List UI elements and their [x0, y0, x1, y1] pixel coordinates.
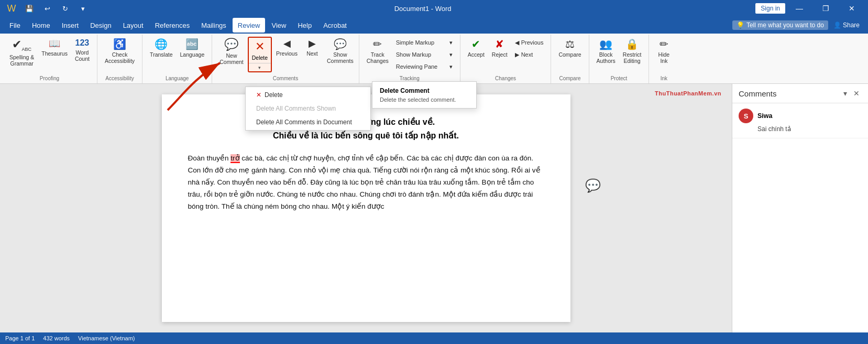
word-icon: W	[4, 1, 19, 16]
delete-comment-item[interactable]: ✕ Delete	[246, 88, 370, 102]
delete-label: Delete	[252, 55, 268, 61]
menu-file[interactable]: File	[4, 18, 26, 33]
share-button[interactable]: 👤 Share	[829, 20, 864, 30]
compare-label: Compare	[558, 51, 581, 58]
wordcount-label: WordCount	[75, 49, 90, 62]
reviewing-pane-button[interactable]: Reviewing Pane ▾	[393, 61, 456, 72]
new-comment-button[interactable]: 💬 NewComment	[216, 37, 247, 72]
undo-btn[interactable]: ↩	[40, 1, 54, 16]
next-change-button[interactable]: ▶ Next	[512, 49, 547, 60]
ribbon-group-accessibility: ♿ CheckAccessibility Accessibility	[97, 35, 142, 83]
menu-view[interactable]: View	[266, 18, 291, 33]
show-markup-button[interactable]: Show Markup ▾	[393, 49, 456, 60]
thesaurus-label: Thesaurus	[41, 50, 68, 57]
accept-button[interactable]: ✔ Accept	[465, 37, 488, 72]
ribbon-group-compare: ⚖ Compare Compare	[551, 35, 589, 83]
check-accessibility-button[interactable]: ♿ CheckAccessibility	[102, 37, 138, 72]
spelling-label: Spelling &Grammar	[9, 54, 34, 67]
previous-change-button[interactable]: ◀ Previous	[512, 37, 547, 48]
next-button[interactable]: ▶ Next	[302, 37, 323, 72]
delete-dropdown-arrow[interactable]: ▾	[249, 63, 271, 71]
comments-panel-dropdown[interactable]: ▾	[841, 88, 849, 99]
tooltip-title: Delete Comment	[380, 87, 469, 94]
new-comment-label: NewComment	[219, 52, 244, 65]
simple-markup-button[interactable]: Simple Markup ▾	[393, 37, 456, 48]
proofing-group-label: Proofing	[2, 76, 97, 81]
track-changes-button[interactable]: ✏ TrackChanges	[364, 37, 392, 72]
comments-panel: Comments ▾ ✕ S Siwa Sai chính tả	[732, 84, 868, 332]
minimize-button[interactable]: —	[787, 0, 811, 17]
compare-group-label: Compare	[551, 76, 588, 81]
menu-home[interactable]: Home	[27, 18, 56, 33]
title-line2: Chiều về là lúc bến sông quê tôi tấp nập…	[188, 129, 544, 143]
spelling-icon: ✔ABC	[12, 39, 31, 52]
reject-button[interactable]: ✘ Reject	[489, 37, 511, 72]
language-button[interactable]: 🔤 Language	[177, 37, 208, 72]
block-authors-icon: 👥	[599, 39, 612, 49]
show-comments-icon: 💬	[334, 39, 347, 49]
translate-button[interactable]: 🌐 Translate	[147, 37, 175, 72]
previous-icon: ◀	[283, 39, 291, 48]
previous-button[interactable]: ◀ Previous	[273, 37, 301, 72]
restrict-editing-button[interactable]: 🔒 RestrictEditing	[620, 37, 645, 72]
menu-insert[interactable]: Insert	[57, 18, 84, 33]
comments-panel-close[interactable]: ✕	[851, 88, 862, 99]
block-authors-label: BlockAuthors	[597, 51, 616, 64]
thesaurus-icon: 📖	[49, 39, 60, 48]
close-button[interactable]: ✕	[840, 0, 864, 17]
show-comments-button[interactable]: 💬 ShowComments	[324, 37, 357, 72]
next-change-icon: ▶	[515, 51, 519, 58]
ribbon-group-changes: ✔ Accept ✘ Reject ◀ Previous ▶ Next Chan…	[460, 35, 552, 83]
delete-button[interactable]: ✕ Delete ▾	[248, 37, 272, 72]
delete-all-shown-item: Delete All Comments Shown	[246, 102, 370, 115]
track-changes-label: TrackChanges	[367, 51, 389, 64]
spelling-grammar-button[interactable]: ✔ABC Spelling &Grammar	[6, 37, 37, 72]
menu-acrobat[interactable]: Acrobat	[318, 18, 352, 33]
restrict-editing-icon: 🔒	[625, 39, 639, 49]
ribbon-group-comments: 💬 NewComment ✕ Delete ▾ ◀ Previous ▶ Nex…	[212, 35, 359, 83]
menu-design[interactable]: Design	[85, 18, 116, 33]
save-btn[interactable]: 💾	[22, 1, 37, 16]
show-markup-label: Show Markup	[396, 51, 431, 58]
previous-change-label: Previous	[521, 39, 544, 46]
tracking-group-label: Tracking	[359, 76, 460, 81]
translate-label: Translate	[150, 51, 172, 58]
language-group-label: Language	[142, 76, 212, 81]
ink-group-label: Ink	[649, 76, 678, 81]
status-bar: Page 1 of 1 432 words Vietnamese (Vietna…	[0, 332, 868, 344]
menu-help[interactable]: Help	[292, 18, 317, 33]
menu-review[interactable]: Review	[233, 18, 266, 33]
sign-in-button[interactable]: Sign in	[755, 3, 785, 14]
menu-mailings[interactable]: Mailings	[196, 18, 232, 33]
menu-layout[interactable]: Layout	[118, 18, 149, 33]
highlighted-word: trở	[230, 154, 239, 163]
search-box[interactable]: 💡 Tell me what you want to do	[732, 20, 828, 30]
comment-item: S Siwa Sai chính tả	[732, 103, 868, 138]
share-icon: 👤	[833, 22, 841, 29]
simple-markup-label: Simple Markup	[396, 39, 434, 46]
next-icon: ▶	[309, 39, 316, 48]
title-bar-left: W 💾 ↩ ↻ ▾	[4, 1, 90, 16]
show-comments-label: ShowComments	[327, 51, 354, 64]
compare-button[interactable]: ⚖ Compare	[555, 37, 584, 72]
language-status: Vietnamese (Vietnam)	[78, 335, 135, 341]
block-authors-button[interactable]: 👥 BlockAuthors	[594, 37, 619, 72]
delete-all-document-item[interactable]: Delete All Comments in Document	[246, 115, 370, 129]
delete-all-shown-label: Delete All Comments Shown	[256, 105, 336, 112]
window-title: Document1 - Word	[90, 5, 755, 13]
search-placeholder: Tell me what you want to do	[746, 22, 824, 29]
hide-ink-button[interactable]: ✏ HideInk	[653, 37, 674, 72]
accessibility-group-label: Accessibility	[97, 76, 142, 81]
word-count-button[interactable]: 123 WordCount	[72, 37, 93, 72]
body-text-after: các bà, các chị từ chợ huyện, chợ tỉnh v…	[188, 154, 541, 210]
reviewing-pane-dropdown: ▾	[449, 63, 453, 70]
thesaurus-button[interactable]: 📖 Thesaurus	[38, 37, 71, 72]
ribbon-group-language: 🌐 Translate 🔤 Language Language	[142, 35, 212, 83]
previous-change-icon: ◀	[515, 39, 519, 46]
tooltip-description: Delete the selected comment.	[380, 96, 469, 103]
customize-btn[interactable]: ▾	[75, 1, 90, 16]
restore-button[interactable]: ❐	[814, 0, 838, 17]
comment-text: Sai chính tả	[757, 125, 862, 133]
redo-btn[interactable]: ↻	[58, 1, 72, 16]
menu-references[interactable]: References	[150, 18, 195, 33]
